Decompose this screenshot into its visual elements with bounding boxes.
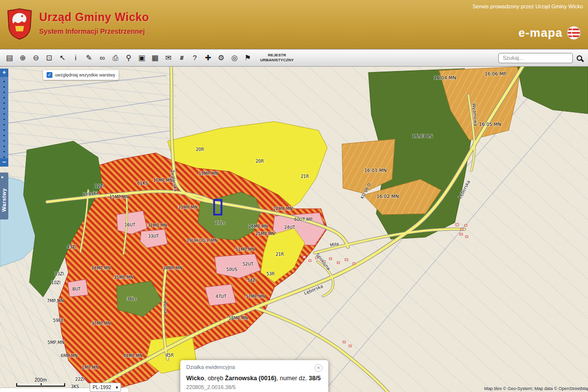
zone-label: 16UT xyxy=(124,222,136,227)
register-line1: REJESTR xyxy=(268,53,286,58)
streetview-icon[interactable]: ⚲ xyxy=(123,50,134,65)
zoom-slider[interactable] xyxy=(0,77,8,158)
all-layers-toggle: ✓ uwzględniaj wszystkie warstwy xyxy=(43,70,119,80)
flag-icon[interactable]: ⚑ xyxy=(242,50,253,65)
app-window: Urząd Gminy Wicko System Informacji Prze… xyxy=(0,0,588,392)
zone-label: 25MP,MN xyxy=(255,231,275,236)
zone-label: 10Zl xyxy=(51,280,60,285)
zone-label: 59EE xyxy=(53,318,64,323)
zone-label: 43Zl xyxy=(67,245,76,249)
zone-label: 16.04 MN xyxy=(434,75,456,80)
settings-icon[interactable]: ⚙ xyxy=(216,50,227,65)
zone-label: 36Ls xyxy=(127,296,137,301)
layers-checkbox-label: uwzględniaj wszystkie warstwy xyxy=(55,73,115,77)
chevron-down-icon: ▾ xyxy=(116,385,118,390)
zone-label: 27Ls xyxy=(215,220,225,225)
zoom-out-icon[interactable]: ⊖ xyxy=(30,50,42,65)
zone-label: 57MP,MN xyxy=(245,294,265,299)
parcel-description: Wicko, obręb Żarnowska (0016), numer dz.… xyxy=(186,375,322,382)
layers-icon[interactable]: ▤ xyxy=(4,50,15,65)
popup-title: Działka ewidencyjna xyxy=(186,364,235,370)
pointer-icon[interactable]: ↖ xyxy=(57,50,68,65)
zone-label: 15MP,MN xyxy=(109,195,129,199)
toolbar-icons: ▤⊕⊖⊡↖i✎∞⎙⚲▣▦✉///?✚⚙◎⚑ xyxy=(4,50,253,65)
zone-label: 45R xyxy=(166,353,174,358)
zone-label: 61KS xyxy=(137,181,148,186)
link-icon[interactable]: ∞ xyxy=(97,50,108,65)
zone-label: 24UT xyxy=(284,225,295,230)
print-icon[interactable]: ⎙ xyxy=(110,50,121,65)
search-parcel-icon[interactable]: ◎ xyxy=(229,50,240,65)
zone-label: 60UT,MP xyxy=(294,217,312,222)
zone-label: 34MP,MN xyxy=(163,266,182,270)
zoom-in-button[interactable]: + xyxy=(0,69,8,77)
measure-icon[interactable]: ✎ xyxy=(83,50,95,65)
map-canvas[interactable]: ŻeglarskaŁebskaLęborskaLęborskaMiłaPolna… xyxy=(0,67,588,392)
basemap-svg: ŻeglarskaŁebskaLęborskaLęborskaMiłaPolna… xyxy=(0,67,588,392)
zone-label: 54Zl xyxy=(247,278,256,283)
zone-label: 12Zl xyxy=(95,184,104,189)
layers-panel-tab[interactable]: ▸ Warstwy xyxy=(0,172,8,220)
zone-label: 37MP,MN xyxy=(91,321,111,326)
zone-label: 52UT xyxy=(243,262,254,267)
zone-label: 8UT xyxy=(73,287,81,292)
scale-bar-graphic xyxy=(16,383,65,387)
zone-label: 16.06 MP xyxy=(485,71,506,76)
zone-label: 17MP,MN xyxy=(153,178,172,183)
toolbar: ▤⊕⊖⊡↖i✎∞⎙⚲▣▦✉///?✚⚙◎⚑ REJESTR URBANISTYC… xyxy=(0,49,588,67)
zoom-extent-icon[interactable]: ⊡ xyxy=(44,50,55,65)
hatch-icon[interactable]: /// xyxy=(176,50,187,65)
panels-icon[interactable]: ▦ xyxy=(149,50,161,65)
zone-label: 20R xyxy=(256,159,264,164)
zone-label: 16.01 MN xyxy=(364,168,387,173)
register-urbanistyczny-button[interactable]: REJESTR URBANISTYCZNY xyxy=(260,53,294,62)
select-features-icon[interactable]: ▣ xyxy=(136,50,147,65)
zone-label: 22Zl xyxy=(75,377,84,382)
parcel-info-popup: Działka ewidencyjna ✕ Wicko, obręb Żarno… xyxy=(180,360,328,392)
emapa-brand[interactable]: e-mapa xyxy=(518,25,581,40)
register-line2: URBANISTYCZNY xyxy=(260,58,294,63)
comment-icon[interactable]: ✉ xyxy=(163,50,174,65)
zone-label: 33UT xyxy=(148,234,159,239)
help-icon[interactable]: ? xyxy=(189,50,200,65)
close-icon[interactable]: ✕ xyxy=(315,364,322,372)
draw-icon[interactable]: ✚ xyxy=(202,50,214,65)
scale-label: 200m xyxy=(16,377,65,383)
map-attribution: Map tiles © Geo-System; Map data © OpenS… xyxy=(484,386,588,391)
parcel-id: 220805_2.0016.38/5 xyxy=(186,384,322,390)
zone-label: 20R xyxy=(196,147,204,152)
zone-label: 7MP,MN xyxy=(47,298,64,303)
zone-label: 35MP,MN xyxy=(114,275,133,280)
header: Urząd Gminy Wicko System Informacji Prze… xyxy=(0,0,588,49)
zone-label: 26MP,MN xyxy=(248,224,268,229)
scale-bar: 200m xyxy=(16,377,65,387)
zone-label: 22MP,MN xyxy=(273,206,293,211)
zone-label: 16.02 MN xyxy=(376,194,399,199)
info-icon[interactable]: i xyxy=(70,50,81,65)
zone-label: 6MP,MN xyxy=(61,353,77,358)
zone-label: 13Zl xyxy=(54,271,64,276)
crs-value: PL-1992 xyxy=(93,385,111,390)
zone-label: 21R xyxy=(301,174,309,179)
layers-checkbox[interactable]: ✓ xyxy=(47,72,52,78)
zone-label: 16.05 MN xyxy=(479,122,501,127)
street-label: Polna xyxy=(162,301,168,314)
zone-label: 44MP,MN xyxy=(123,353,143,358)
zone-label: 14MP,MN xyxy=(91,266,111,270)
zone-label: 19MP,MN xyxy=(198,171,218,176)
zoom-out-button[interactable]: − xyxy=(0,158,8,167)
zone-label: 47UT xyxy=(216,294,227,299)
search-input[interactable] xyxy=(498,53,573,63)
search-icon[interactable] xyxy=(577,55,582,61)
zone-label: 58MP,MN xyxy=(228,316,248,320)
zone-label: 31MP,MN xyxy=(178,205,197,210)
zone-label: 29UH,UG,P,MN xyxy=(186,238,217,243)
crs-select[interactable]: PL-1992 ▾ xyxy=(90,383,121,392)
coat-of-arms xyxy=(7,8,32,40)
zoom-in-icon[interactable]: ⊕ xyxy=(17,50,28,65)
layers-panel-tab-label: Warstwy xyxy=(1,183,7,217)
zone-label: 1MP,MN xyxy=(82,365,98,370)
zone-label: 5MP,MN xyxy=(48,340,64,345)
search-area xyxy=(498,53,584,63)
zone-label: 53R xyxy=(267,271,275,276)
